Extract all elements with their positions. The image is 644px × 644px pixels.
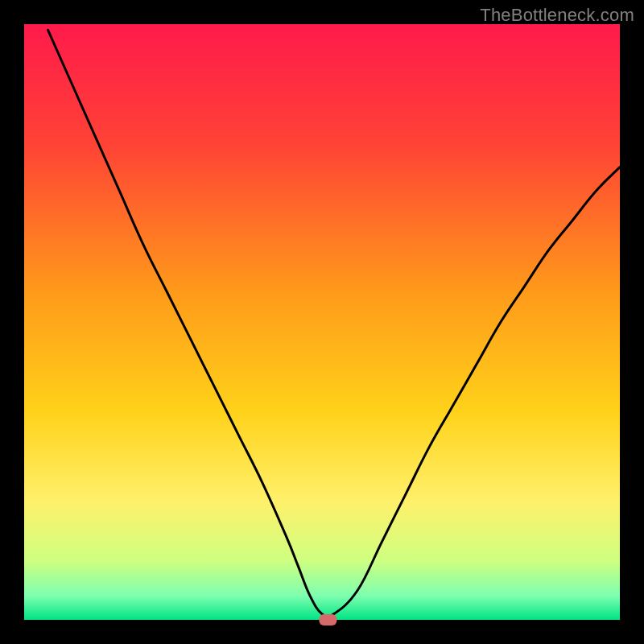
watermark-text: TheBottleneck.com — [480, 5, 634, 26]
minimum-marker — [319, 614, 336, 625]
chart-frame: TheBottleneck.com — [0, 0, 644, 644]
bottleneck-chart — [0, 0, 644, 644]
plot-area — [24, 24, 620, 620]
